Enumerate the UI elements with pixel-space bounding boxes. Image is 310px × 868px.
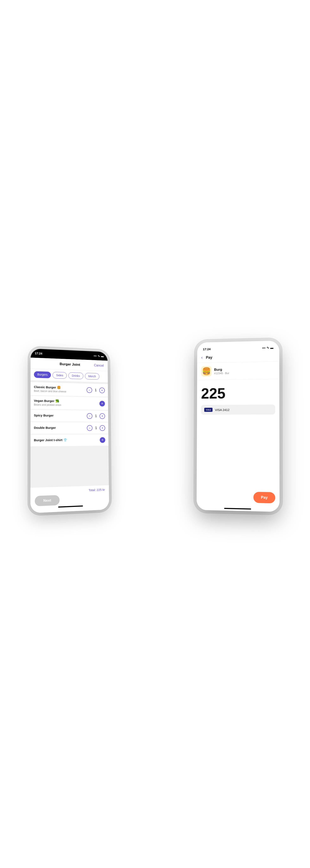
decrease-button[interactable]: − [87,413,92,419]
restaurant-emoji-icon: 🍔 [202,367,211,376]
home-indicator [224,508,251,509]
item-name: Spicy Burger [34,413,87,417]
item-name: Classic Burger 🍔 [34,385,87,390]
right-status-icons: ▪▪▪ ∿ ▬ [262,346,273,349]
quantity-control: − 1 + [87,413,105,419]
tab-burgers[interactable]: Burgers [34,371,51,378]
home-indicator [58,505,83,507]
tab-sides[interactable]: Sides [53,372,67,379]
menu-item-info: Classic Burger 🍔 Beef, bacon and blue ch… [34,385,87,394]
left-time: 17:24 [35,352,42,355]
item-name: Burger Joint t-shirt 👕 [34,438,100,442]
total-label: Total: 225 kr [89,488,105,492]
pay-button[interactable]: Pay [253,492,275,503]
menu-list: Classic Burger 🍔 Beef, bacon and blue ch… [30,380,109,502]
amount-number: 225 [201,385,225,402]
right-time: 17:24 [203,347,210,351]
increase-button[interactable]: + [100,413,105,419]
menu-item-info: Burger Joint t-shirt 👕 [34,438,100,443]
add-button[interactable]: + [100,437,105,443]
cancel-button[interactable]: Cancel [94,364,104,368]
amount-display: 225 [197,379,279,405]
increase-button[interactable]: + [99,388,105,393]
decrease-button[interactable]: − [87,387,92,393]
phone-right: 17:24 ▪▪▪ ∿ ▬ ‹ Pay 🍔 Burg #12345 · Bur [197,341,279,512]
quantity-control: − 1 + [87,425,105,431]
qty-number: 1 [94,414,98,418]
increase-button[interactable]: + [100,425,105,431]
wifi-icon: ∿ [266,346,269,349]
battery-icon: ▬ [270,346,274,349]
phone-left: 17:24 ▪▪▪ ∿ ▬ Burger Joint Cancel Burger… [30,348,109,513]
menu-item-info: Vegan Burger 🥦 Beans and pickled onion [34,399,100,407]
right-status-bar: 17:24 ▪▪▪ ∿ ▬ [197,341,279,353]
menu-item: Burger Joint t-shirt 👕 + [31,434,109,446]
left-screen: Burger Joint Cancel Burgers Sides Drinks… [30,358,109,513]
item-desc: Beans and pickled onion [34,403,100,407]
menu-item-info: Double Burger [34,426,87,430]
signal-icon: ▪▪▪ [262,346,265,349]
item-name: Double Burger [34,426,87,430]
restaurant-details: Burg #12345 · Bur [214,367,229,375]
item-desc: Beef, bacon and blue cheese [34,390,87,393]
next-button[interactable]: Next [35,495,59,506]
left-nav-title: Burger Joint [60,362,80,367]
decrease-button[interactable]: − [87,425,92,431]
menu-item-info: Spicy Burger [34,413,87,418]
quantity-control: − 1 + [87,387,105,393]
qty-number: 1 [94,426,98,430]
card-number: VISA 2412 [215,408,229,411]
tab-drinks[interactable]: Drinks [68,372,83,379]
right-screen: ‹ Pay 🍔 Burg #12345 · Bur 225 VISA VISA … [197,351,279,512]
total-row: Total: 225 kr [35,488,105,494]
qty-number: 1 [94,389,97,392]
restaurant-name: Burg [214,367,229,372]
status-icons: ▪▪▪ ∿ ▬ [94,354,104,358]
item-desc [34,418,87,418]
back-button[interactable]: ‹ [201,355,203,360]
bottom-bar: Total: 225 kr Next [30,485,109,513]
scene: 17:24 ▪▪▪ ∿ ▬ Burger Joint Cancel Burger… [31,341,279,527]
item-name: Vegan Burger 🥦 [34,399,100,404]
menu-item: Vegan Burger 🥦 Beans and pickled onion + [31,396,108,410]
menu-item: Spicy Burger − 1 + [31,410,108,422]
item-desc [34,442,100,443]
quantity-control: + [100,437,105,443]
battery-icon: ▬ [101,354,104,358]
restaurant-sub: #12345 · Bur [214,371,229,375]
quantity-control: + [100,401,105,407]
add-button[interactable]: + [100,401,105,407]
restaurant-logo: 🍔 [201,366,212,377]
wifi-icon: ∿ [97,354,100,358]
visa-logo: VISA [204,408,213,412]
pay-title: Pay [206,355,212,360]
menu-item: Double Burger − 1 + [31,422,109,434]
restaurant-info: 🍔 Burg #12345 · Bur [197,362,279,380]
signal-icon: ▪▪▪ [94,354,96,358]
menu-item: Classic Burger 🍔 Beef, bacon and blue ch… [31,382,108,397]
tab-merch[interactable]: Merch [85,373,99,380]
payment-method[interactable]: VISA VISA 2412 [201,404,275,415]
pay-nav: ‹ Pay [197,351,279,363]
